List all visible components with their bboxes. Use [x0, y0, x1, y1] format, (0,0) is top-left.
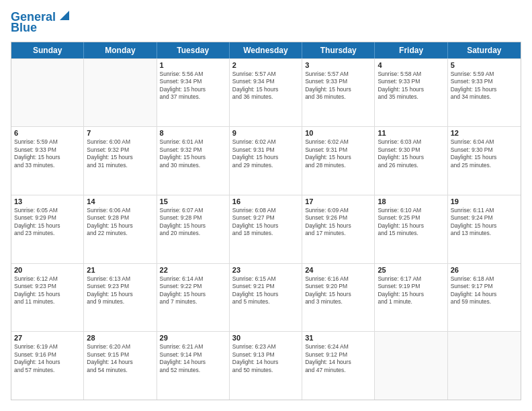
day-info: Sunrise: 6:07 AM Sunset: 9:28 PM Dayligh…	[160, 207, 226, 238]
day-number: 7	[87, 129, 153, 137]
calendar-day-11: 11Sunrise: 6:03 AM Sunset: 9:30 PM Dayli…	[375, 127, 447, 195]
calendar-day-28: 28Sunrise: 6:20 AM Sunset: 9:15 PM Dayli…	[84, 332, 157, 400]
calendar-row-2: 6Sunrise: 5:59 AM Sunset: 9:33 PM Daylig…	[11, 126, 521, 195]
calendar-day-31: 31Sunrise: 6:24 AM Sunset: 9:12 PM Dayli…	[302, 332, 375, 400]
day-info: Sunrise: 6:24 AM Sunset: 9:12 PM Dayligh…	[305, 343, 371, 374]
calendar-day-21: 21Sunrise: 6:13 AM Sunset: 9:23 PM Dayli…	[84, 264, 157, 332]
day-number: 10	[305, 129, 371, 137]
weekday-header-friday: Friday	[375, 42, 447, 58]
calendar-day-empty	[11, 59, 84, 127]
weekday-header-saturday: Saturday	[448, 42, 521, 58]
calendar: SundayMondayTuesdayWednesdayThursdayFrid…	[11, 42, 521, 400]
day-number: 14	[87, 197, 153, 205]
svg-marker-0	[60, 11, 69, 20]
day-info: Sunrise: 5:59 AM Sunset: 9:33 PM Dayligh…	[451, 71, 518, 101]
day-number: 20	[14, 266, 81, 274]
day-number: 21	[87, 266, 153, 274]
day-number: 23	[232, 266, 299, 274]
weekday-header-wednesday: Wednesday	[230, 42, 302, 58]
day-info: Sunrise: 6:10 AM Sunset: 9:25 PM Dayligh…	[378, 207, 444, 238]
day-number: 6	[14, 129, 81, 137]
day-info: Sunrise: 6:23 AM Sunset: 9:13 PM Dayligh…	[232, 343, 299, 374]
day-number: 12	[451, 129, 518, 137]
day-number: 11	[378, 129, 444, 137]
day-number: 25	[378, 266, 444, 274]
logo: General Blue	[11, 11, 69, 35]
day-number: 4	[378, 61, 444, 69]
weekday-header-thursday: Thursday	[302, 42, 375, 58]
calendar-header: SundayMondayTuesdayWednesdayThursdayFrid…	[11, 42, 521, 58]
weekday-header-tuesday: Tuesday	[157, 42, 230, 58]
calendar-row-4: 20Sunrise: 6:12 AM Sunset: 9:23 PM Dayli…	[11, 263, 521, 332]
calendar-body: 1Sunrise: 5:56 AM Sunset: 9:34 PM Daylig…	[11, 58, 521, 400]
day-number: 22	[160, 266, 226, 274]
calendar-day-6: 6Sunrise: 5:59 AM Sunset: 9:33 PM Daylig…	[11, 127, 84, 195]
calendar-day-16: 16Sunrise: 6:08 AM Sunset: 9:27 PM Dayli…	[230, 195, 302, 263]
calendar-day-20: 20Sunrise: 6:12 AM Sunset: 9:23 PM Dayli…	[11, 264, 84, 332]
weekday-header-sunday: Sunday	[11, 42, 84, 58]
header: General Blue	[11, 11, 521, 35]
day-number: 3	[305, 61, 371, 69]
calendar-day-23: 23Sunrise: 6:15 AM Sunset: 9:21 PM Dayli…	[230, 264, 302, 332]
day-info: Sunrise: 6:02 AM Sunset: 9:31 PM Dayligh…	[232, 138, 299, 169]
calendar-day-8: 8Sunrise: 6:01 AM Sunset: 9:32 PM Daylig…	[157, 127, 230, 195]
day-number: 29	[160, 334, 226, 342]
day-info: Sunrise: 6:20 AM Sunset: 9:15 PM Dayligh…	[87, 343, 153, 374]
calendar-day-25: 25Sunrise: 6:17 AM Sunset: 9:19 PM Dayli…	[375, 264, 447, 332]
day-info: Sunrise: 6:17 AM Sunset: 9:19 PM Dayligh…	[378, 275, 444, 306]
calendar-day-1: 1Sunrise: 5:56 AM Sunset: 9:34 PM Daylig…	[157, 59, 230, 127]
day-info: Sunrise: 6:12 AM Sunset: 9:23 PM Dayligh…	[14, 275, 81, 306]
day-number: 8	[160, 129, 226, 137]
calendar-day-empty	[448, 332, 521, 400]
calendar-day-22: 22Sunrise: 6:14 AM Sunset: 9:22 PM Dayli…	[157, 264, 230, 332]
day-info: Sunrise: 5:59 AM Sunset: 9:33 PM Dayligh…	[14, 138, 81, 169]
day-number: 31	[305, 334, 371, 342]
day-info: Sunrise: 6:18 AM Sunset: 9:17 PM Dayligh…	[451, 275, 518, 306]
calendar-day-13: 13Sunrise: 6:05 AM Sunset: 9:29 PM Dayli…	[11, 195, 84, 263]
calendar-day-3: 3Sunrise: 5:57 AM Sunset: 9:33 PM Daylig…	[302, 59, 375, 127]
calendar-day-18: 18Sunrise: 6:10 AM Sunset: 9:25 PM Dayli…	[375, 195, 447, 263]
day-info: Sunrise: 6:14 AM Sunset: 9:22 PM Dayligh…	[160, 275, 226, 306]
day-number: 9	[232, 129, 299, 137]
calendar-day-17: 17Sunrise: 6:09 AM Sunset: 9:26 PM Dayli…	[302, 195, 375, 263]
calendar-day-19: 19Sunrise: 6:11 AM Sunset: 9:24 PM Dayli…	[448, 195, 521, 263]
day-number: 19	[451, 197, 518, 205]
day-number: 27	[14, 334, 81, 342]
calendar-day-24: 24Sunrise: 6:16 AM Sunset: 9:20 PM Dayli…	[302, 264, 375, 332]
day-info: Sunrise: 6:04 AM Sunset: 9:30 PM Dayligh…	[451, 138, 518, 169]
day-info: Sunrise: 6:06 AM Sunset: 9:28 PM Dayligh…	[87, 207, 153, 238]
calendar-day-29: 29Sunrise: 6:21 AM Sunset: 9:14 PM Dayli…	[157, 332, 230, 400]
calendar-day-4: 4Sunrise: 5:58 AM Sunset: 9:33 PM Daylig…	[375, 59, 447, 127]
day-info: Sunrise: 6:21 AM Sunset: 9:14 PM Dayligh…	[160, 343, 226, 374]
day-number: 18	[378, 197, 444, 205]
day-number: 2	[232, 61, 299, 69]
day-info: Sunrise: 6:02 AM Sunset: 9:31 PM Dayligh…	[305, 138, 371, 169]
day-info: Sunrise: 6:13 AM Sunset: 9:23 PM Dayligh…	[87, 275, 153, 306]
day-number: 30	[232, 334, 299, 342]
day-info: Sunrise: 6:03 AM Sunset: 9:30 PM Dayligh…	[378, 138, 444, 169]
day-info: Sunrise: 6:11 AM Sunset: 9:24 PM Dayligh…	[451, 207, 518, 238]
day-number: 16	[232, 197, 299, 205]
day-number: 5	[451, 61, 518, 69]
day-info: Sunrise: 6:00 AM Sunset: 9:32 PM Dayligh…	[87, 138, 153, 169]
calendar-day-2: 2Sunrise: 5:57 AM Sunset: 9:34 PM Daylig…	[230, 59, 302, 127]
day-info: Sunrise: 6:08 AM Sunset: 9:27 PM Dayligh…	[232, 207, 299, 238]
day-number: 1	[160, 61, 226, 69]
calendar-day-14: 14Sunrise: 6:06 AM Sunset: 9:28 PM Dayli…	[84, 195, 157, 263]
calendar-day-empty	[375, 332, 447, 400]
day-number: 24	[305, 266, 371, 274]
calendar-row-5: 27Sunrise: 6:19 AM Sunset: 9:16 PM Dayli…	[11, 331, 521, 400]
weekday-header-monday: Monday	[84, 42, 157, 58]
calendar-day-9: 9Sunrise: 6:02 AM Sunset: 9:31 PM Daylig…	[230, 127, 302, 195]
calendar-day-15: 15Sunrise: 6:07 AM Sunset: 9:28 PM Dayli…	[157, 195, 230, 263]
day-info: Sunrise: 5:58 AM Sunset: 9:33 PM Dayligh…	[378, 71, 444, 101]
day-number: 17	[305, 197, 371, 205]
page: General Blue SundayMondayTuesdayWednesda…	[0, 0, 532, 411]
day-info: Sunrise: 5:57 AM Sunset: 9:33 PM Dayligh…	[305, 71, 371, 101]
day-number: 26	[451, 266, 518, 274]
day-number: 13	[14, 197, 81, 205]
day-info: Sunrise: 5:56 AM Sunset: 9:34 PM Dayligh…	[160, 71, 226, 101]
day-info: Sunrise: 6:01 AM Sunset: 9:32 PM Dayligh…	[160, 138, 226, 169]
day-number: 28	[87, 334, 153, 342]
day-info: Sunrise: 6:19 AM Sunset: 9:16 PM Dayligh…	[14, 343, 81, 374]
